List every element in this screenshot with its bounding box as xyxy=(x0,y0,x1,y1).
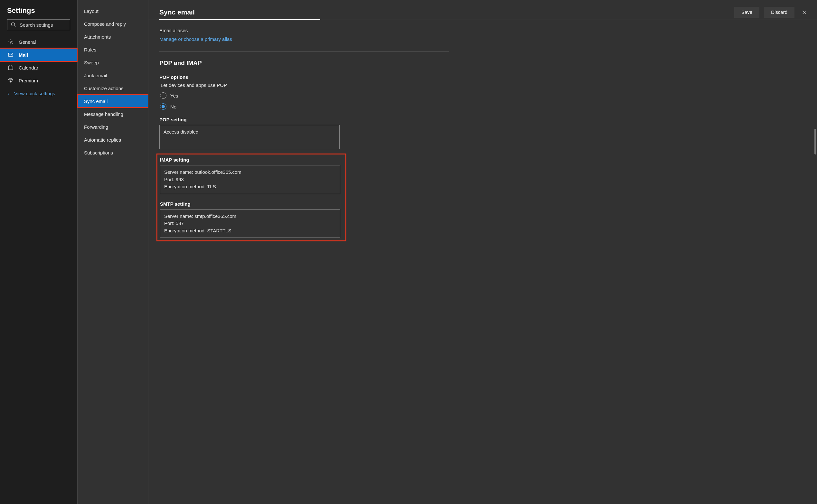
pop-setting-label: POP setting xyxy=(159,117,340,122)
nav-item-calendar[interactable]: Calendar xyxy=(0,61,77,74)
mail-submenu: Layout Compose and reply Attachments Rul… xyxy=(78,0,148,504)
manage-alias-link[interactable]: Manage or choose a primary alias xyxy=(159,36,804,42)
smtp-setting-box: Server name: smtp.office365.com Port: 58… xyxy=(160,209,340,238)
pop-question: Let devices and apps use POP xyxy=(159,82,804,88)
content-title: Sync email xyxy=(159,8,195,16)
sub-item-junk-email[interactable]: Junk email xyxy=(78,69,148,82)
radio-unchecked-icon xyxy=(160,92,166,99)
nav-label: General xyxy=(19,39,36,45)
svg-point-0 xyxy=(11,23,15,26)
save-button[interactable]: Save xyxy=(734,7,759,18)
nav-label: Calendar xyxy=(19,65,38,70)
close-button[interactable] xyxy=(799,7,810,18)
sub-item-subscriptions[interactable]: Subscriptions xyxy=(78,146,148,159)
smtp-setting-label: SMTP setting xyxy=(160,201,340,207)
diamond-icon xyxy=(8,78,14,83)
sub-item-attachments[interactable]: Attachments xyxy=(78,30,148,43)
search-icon xyxy=(11,22,16,28)
pop-setting-value: Access disabled xyxy=(164,128,335,136)
sub-item-sync-email[interactable]: Sync email xyxy=(78,95,148,107)
imap-smtp-highlight: IMAP setting Server name: outlook.office… xyxy=(159,156,343,238)
pop-imap-heading: POP and IMAP xyxy=(159,60,804,67)
smtp-port: Port: 587 xyxy=(164,220,336,227)
calendar-icon xyxy=(8,65,14,70)
imap-enc: Encryption method: TLS xyxy=(164,183,336,191)
radio-label: No xyxy=(170,104,176,109)
radio-label: Yes xyxy=(170,93,178,98)
sub-item-forwarding[interactable]: Forwarding xyxy=(78,120,148,133)
nav-item-general[interactable]: General xyxy=(0,35,77,48)
imap-setting-label: IMAP setting xyxy=(160,157,340,163)
sub-item-customize-actions[interactable]: Customize actions xyxy=(78,82,148,95)
nav-label: Premium xyxy=(19,78,38,83)
nav-item-mail[interactable]: Mail xyxy=(0,48,77,61)
nav-item-premium[interactable]: Premium xyxy=(0,74,77,87)
chevron-left-icon xyxy=(6,91,11,96)
close-icon xyxy=(802,9,807,15)
section-divider xyxy=(159,51,449,52)
nav-label: Mail xyxy=(19,52,28,58)
imap-server: Server name: outlook.office365.com xyxy=(164,169,336,176)
search-input[interactable] xyxy=(20,22,81,28)
settings-title: Settings xyxy=(0,4,77,19)
scrollbar-thumb[interactable] xyxy=(814,129,816,154)
sub-item-rules[interactable]: Rules xyxy=(78,43,148,56)
smtp-enc: Encryption method: STARTTLS xyxy=(164,227,336,235)
email-aliases-label: Email aliases xyxy=(159,28,804,33)
view-quick-settings-link[interactable]: View quick settings xyxy=(0,87,77,96)
imap-port: Port: 993 xyxy=(164,176,336,183)
svg-point-2 xyxy=(10,41,12,43)
gear-icon xyxy=(8,39,14,45)
imap-setting-box: Server name: outlook.office365.com Port:… xyxy=(160,165,340,194)
sub-item-sweep[interactable]: Sweep xyxy=(78,56,148,69)
sub-item-compose[interactable]: Compose and reply xyxy=(78,17,148,30)
quick-link-label: View quick settings xyxy=(14,91,55,96)
radio-checked-icon xyxy=(160,103,166,110)
svg-line-1 xyxy=(14,25,15,27)
sub-item-message-handling[interactable]: Message handling xyxy=(78,107,148,120)
sub-item-automatic-replies[interactable]: Automatic replies xyxy=(78,133,148,146)
content-pane: Sync email Save Discard Email aliases Ma… xyxy=(148,0,817,504)
discard-button[interactable]: Discard xyxy=(764,7,794,18)
settings-nav: General Mail Calendar Premium xyxy=(0,35,77,87)
content-body: Email aliases Manage or choose a primary… xyxy=(148,20,817,504)
search-box[interactable] xyxy=(7,19,70,30)
mail-icon xyxy=(8,52,14,58)
svg-rect-4 xyxy=(8,66,13,70)
content-header: Sync email Save Discard xyxy=(148,0,817,20)
sub-item-layout[interactable]: Layout xyxy=(78,5,148,17)
pop-radio-yes[interactable]: Yes xyxy=(159,92,804,99)
svg-rect-3 xyxy=(8,53,13,57)
pop-options-label: POP options xyxy=(159,74,804,80)
pop-setting-box: Access disabled xyxy=(159,125,340,149)
pop-radio-no[interactable]: No xyxy=(159,103,804,110)
smtp-server: Server name: smtp.office365.com xyxy=(164,213,336,220)
settings-sidebar: Settings General Mail xyxy=(0,0,78,504)
